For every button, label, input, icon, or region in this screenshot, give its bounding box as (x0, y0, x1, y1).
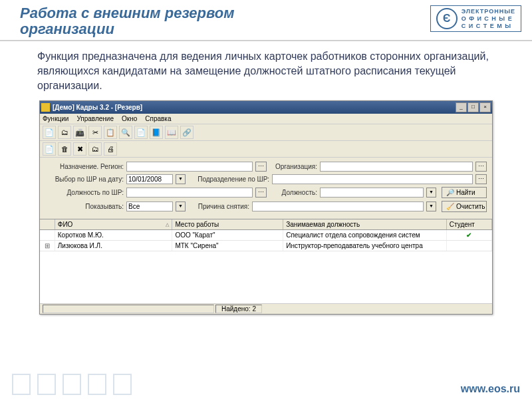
tb-cut-icon[interactable]: ✂ (88, 126, 102, 139)
tb-manual-icon[interactable]: 📖 (165, 126, 178, 139)
region-label: Назначение. Регион: (45, 163, 124, 170)
close-button[interactable]: × (479, 102, 491, 112)
tb2-delete-icon[interactable]: 🗑 (58, 142, 71, 156)
titlebar[interactable]: [Демо] Кадры 3.2 - [Резерв] _ □ × (40, 101, 492, 114)
col-header-stud[interactable]: Студент (447, 219, 492, 229)
pos-shr-label: Должность по ШР: (45, 189, 124, 196)
row-handle-header (40, 219, 55, 229)
logo-text: ЭЛЕКТРОННЫЕ О Ф И С Н Ы Е С И С Т Е М Ы (462, 8, 515, 29)
status-found: Найдено: 2 (215, 305, 262, 313)
grid-header: ФИО△ Место работы Занимаемая должность С… (40, 219, 492, 230)
pos-input[interactable] (320, 188, 424, 198)
reason-label: Причина снятия: (188, 203, 249, 210)
org-picker-button[interactable]: ⋯ (475, 162, 487, 172)
filter-panel: Назначение. Регион: ⋯ Организация: ⋯ Выб… (40, 158, 492, 219)
window-controls: _ □ × (456, 102, 491, 112)
tb-doc-icon[interactable]: 📄 (134, 126, 148, 139)
row-expand-icon[interactable]: ⊞ (40, 241, 55, 251)
grid-body: Коротков М.Ю. ООО "Карат" Специалист отд… (40, 230, 492, 303)
col-header-fio[interactable]: ФИО△ (55, 219, 173, 229)
org-input[interactable] (320, 162, 473, 172)
menu-window[interactable]: Окно (122, 115, 137, 122)
date-dropdown-button[interactable]: ▼ (176, 174, 186, 184)
toolbar-main: 📄 🗂 📠 ✂ 📋 🔍 📄 📘 📖 🔗 (40, 124, 492, 141)
cell-work: ООО "Карат" (172, 230, 283, 240)
tb-new-icon[interactable]: 📄 (43, 126, 56, 139)
show-label: Показывать: (45, 203, 124, 210)
cell-fio: Лизюкова И.Л. (55, 241, 173, 251)
menu-manage[interactable]: Управление (76, 115, 114, 122)
cell-stud (447, 241, 492, 251)
tb2-print-icon[interactable]: 🖨 (104, 142, 117, 156)
status-empty (43, 305, 214, 313)
region-input[interactable] (126, 162, 253, 172)
pos-shr-input[interactable] (126, 188, 253, 198)
region-picker-button[interactable]: ⋯ (255, 162, 267, 172)
cell-pos: Специалист отдела сопровождения систем (283, 230, 447, 240)
check-icon: ✔ (466, 231, 471, 239)
clear-button[interactable]: 🧹 Очистить (442, 201, 487, 212)
cell-stud: ✔ (447, 230, 492, 240)
broom-icon: 🧹 (446, 203, 454, 210)
pos-label: Должность: (269, 189, 317, 196)
tb-link-icon[interactable]: 🔗 (180, 126, 194, 139)
reason-dropdown-button[interactable]: ▼ (426, 201, 436, 211)
maximize-button[interactable]: □ (467, 102, 479, 112)
footer-decorative-icons (12, 374, 132, 395)
toolbar-secondary: 📄 🗑 ✖ 🗂 🖨 (40, 141, 492, 158)
tb-book-icon[interactable]: 📘 (150, 126, 163, 139)
show-dropdown-button[interactable]: ▼ (176, 201, 186, 211)
dept-label: Подразделение по ШР: (188, 176, 269, 183)
table-row[interactable]: Коротков М.Ю. ООО "Карат" Специалист отд… (40, 230, 492, 241)
dept-input[interactable] (272, 174, 473, 184)
show-input[interactable] (126, 201, 173, 211)
col-header-work[interactable]: Место работы (172, 219, 283, 229)
cell-work: МТК "Сирена" (172, 241, 283, 251)
cell-pos: Инструктор-преподаватель учебного центра (283, 241, 447, 251)
find-button[interactable]: 🔎 Найти (442, 187, 487, 198)
tb2-folder-icon[interactable]: 🗂 (88, 142, 102, 156)
tb2-new-icon[interactable]: 📄 (43, 142, 56, 156)
col-header-pos[interactable]: Занимаемая должность (283, 219, 447, 229)
org-label: Организация: (269, 163, 317, 170)
footer-url: www.eos.ru (461, 383, 520, 395)
logo-icon: Є (436, 8, 458, 29)
binoculars-icon: 🔎 (446, 189, 454, 196)
row-expand-icon[interactable] (40, 230, 55, 240)
reason-input[interactable] (252, 201, 424, 211)
app-icon (41, 103, 50, 112)
date-label: Выбор по ШР на дату: (45, 176, 124, 183)
menubar: Функции Управление Окно Справка (40, 114, 492, 124)
slide-description: Функция предназначена для ведения личных… (0, 41, 532, 98)
statusbar: Найдено: 2 (40, 303, 492, 314)
tb-open-icon[interactable]: 🗂 (58, 126, 71, 139)
pos-dropdown-button[interactable]: ▼ (426, 188, 436, 198)
app-window: [Демо] Кадры 3.2 - [Резерв] _ □ × Функци… (39, 100, 493, 315)
tb-paste-icon[interactable]: 📋 (104, 126, 117, 139)
tb-fax-icon[interactable]: 📠 (73, 126, 86, 139)
menu-functions[interactable]: Функции (43, 115, 68, 122)
pos-shr-picker-button[interactable]: ⋯ (255, 188, 267, 198)
dept-picker-button[interactable]: ⋯ (475, 174, 487, 184)
table-row[interactable]: ⊞ Лизюкова И.Л. МТК "Сирена" Инструктор-… (40, 241, 492, 251)
tb-search-icon[interactable]: 🔍 (119, 126, 132, 139)
tb2-close-icon[interactable]: ✖ (73, 142, 86, 156)
minimize-button[interactable]: _ (456, 102, 467, 112)
window-title: [Демо] Кадры 3.2 - [Резерв] (53, 104, 456, 111)
title-line2: организации (20, 21, 234, 37)
brand-logo: Є ЭЛЕКТРОННЫЕ О Ф И С Н Ы Е С И С Т Е М … (430, 5, 521, 32)
cell-fio: Коротков М.Ю. (55, 230, 173, 240)
slide-title: Работа с внешним резервом организации (20, 5, 234, 37)
title-line1: Работа с внешним резервом (20, 5, 234, 21)
slide-header: Работа с внешним резервом организации Є … (0, 0, 532, 41)
menu-help[interactable]: Справка (145, 115, 171, 122)
date-input[interactable] (126, 174, 173, 184)
